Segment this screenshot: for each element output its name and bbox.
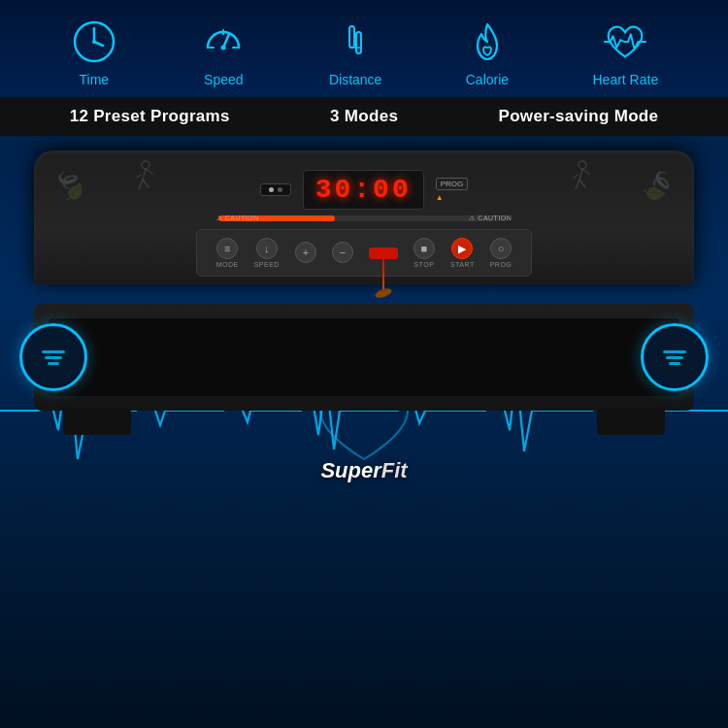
speed-down-circle: ↓: [256, 238, 278, 259]
svg-point-5: [221, 46, 226, 50]
prog-label: PROG: [490, 261, 513, 268]
speaker-line-3: [48, 362, 59, 365]
speaker-line-2: [45, 356, 62, 359]
brand-name: Fit: [381, 458, 408, 482]
treadmill-console: 🍃 🍃 30:00 PROG ▲: [34, 150, 694, 284]
top-features-bar: Time Speed Distance: [0, 0, 728, 97]
stop-circle: ■: [414, 238, 435, 259]
runner-icon-left: [131, 160, 160, 199]
indicator-2: [278, 187, 282, 192]
svg-point-3: [92, 40, 96, 44]
mode-label: MODE: [216, 261, 239, 268]
feature-preset: 12 Preset Programs: [70, 107, 230, 126]
start-circle: ▶: [451, 238, 473, 259]
speaker-line-1: [42, 350, 65, 353]
prog-circle: ○: [490, 238, 512, 259]
mode-button[interactable]: ≡ MODE: [216, 238, 239, 268]
controls-section: ⚠ CAUTION ⚠ CAUTION ≡ MODE ↓ SPEED + −: [53, 223, 675, 284]
speed-down-label: SPEED: [254, 261, 280, 268]
svg-rect-9: [349, 26, 354, 48]
icon-speed: Speed: [199, 17, 248, 87]
bottom-area: SuperFit: [0, 284, 728, 537]
safety-key-area: [369, 244, 398, 263]
minus-button[interactable]: −: [332, 242, 353, 265]
caution-left: ⚠ CAUTION: [216, 215, 259, 222]
runner-icon-right: [568, 160, 597, 199]
speaker-line-r1: [663, 350, 686, 353]
icon-distance: Distance: [329, 17, 381, 87]
features-bar: 12 Preset Programs 3 Modes Power-saving …: [0, 97, 728, 136]
speed-label: Speed: [204, 72, 243, 87]
timer-display: 30:00: [303, 170, 424, 210]
support-leg-right: [597, 408, 665, 435]
console-area: 🍃 🍃 30:00 PROG ▲: [0, 136, 728, 284]
speed-down-button[interactable]: ↓ SPEED: [254, 238, 280, 268]
progress-bar-area: [53, 214, 675, 223]
heartrate-label: Heart Rate: [593, 72, 659, 87]
icon-heartrate: Heart Rate: [593, 17, 659, 87]
start-label: START: [450, 261, 475, 268]
brand-accent: Super: [320, 458, 381, 482]
stop-label: STOP: [414, 261, 434, 268]
progress-bar: [218, 215, 510, 221]
flame-icon: [463, 17, 512, 66]
feature-modes: 3 Modes: [330, 107, 398, 126]
distance-icon: [331, 17, 380, 66]
calorie-label: Calorie: [466, 72, 509, 87]
speaker-line-r2: [666, 356, 683, 359]
time-label: Time: [79, 72, 109, 87]
indicator-1: [269, 187, 274, 192]
prog-button[interactable]: ○ PROG: [490, 238, 513, 268]
distance-label: Distance: [329, 72, 381, 87]
speed-indicator: ▲: [436, 193, 469, 202]
speaker-right: [641, 323, 709, 391]
control-panel: ⚠ CAUTION ⚠ CAUTION ≡ MODE ↓ SPEED + −: [196, 229, 533, 277]
heartrate-icon: [601, 17, 649, 66]
minus-circle: −: [332, 242, 353, 263]
treadmill-body: [34, 304, 694, 411]
speaker-left: [19, 323, 87, 391]
svg-point-13: [579, 161, 586, 169]
brand-logo: SuperFit: [320, 458, 407, 483]
icon-calorie: Calorie: [463, 17, 512, 87]
mode-circle: ≡: [216, 238, 238, 259]
support-leg-left: [63, 408, 131, 435]
svg-point-12: [142, 161, 149, 169]
feature-power: Power-saving Mode: [499, 107, 659, 126]
prog-indicator: PROG: [436, 178, 469, 190]
plus-circle: +: [295, 242, 316, 263]
left-indicators: [260, 183, 291, 196]
plus-button[interactable]: +: [295, 242, 316, 265]
clock-icon: [70, 17, 118, 66]
caution-right: ⚠ CAUTION: [469, 215, 512, 222]
speedometer-icon: [199, 17, 248, 66]
speaker-inner-left: [42, 350, 65, 365]
speaker-line-r3: [669, 362, 680, 365]
start-button[interactable]: ▶ START: [450, 238, 475, 268]
speaker-inner-right: [663, 350, 686, 365]
stop-button[interactable]: ■ STOP: [414, 238, 435, 268]
right-indicators: PROG ▲: [436, 178, 469, 202]
icon-time: Time: [70, 17, 118, 87]
running-belt: [49, 318, 679, 396]
svg-rect-10: [356, 32, 361, 53]
